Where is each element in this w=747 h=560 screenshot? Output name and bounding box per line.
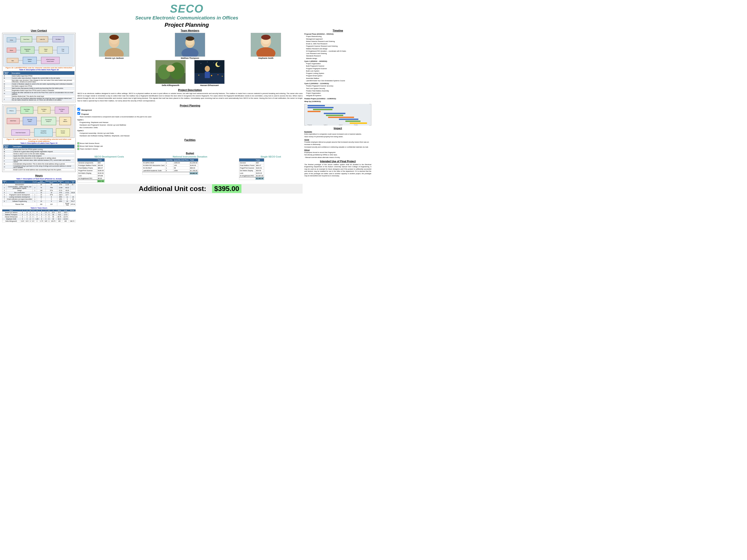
timeline-item: Project Organization (306, 62, 371, 65)
impact-social-label: Social (304, 138, 371, 141)
svg-text:Initial Chars: Initial Chars (10, 120, 16, 122)
th-total-pct: Total % (71, 180, 76, 184)
svg-point-95 (167, 65, 174, 71)
table-row: Stephanie Smith00243.250003262.3116.34 (2, 218, 76, 220)
single-th-total: Total (255, 158, 264, 161)
table-row: IDeletion Button/mail: This aborts the e… (3, 95, 75, 98)
additional-cost-label: Additional Unit cost: (138, 185, 206, 192)
th-9: 9 (50, 210, 57, 212)
management-checkbox[interactable] (77, 108, 80, 111)
table-row: FingerPrint Scanner$162.91 (239, 166, 264, 169)
team-photo-stephanie (251, 33, 281, 57)
facilities-title: Facilities (77, 138, 303, 141)
svg-text:Email Control: Email Control (47, 61, 54, 62)
project-planning-section: Project Planning Management Proposal Tea… (77, 104, 303, 137)
table-row: 3 Design 1 140 57% 37.01 49.29 (2, 189, 76, 192)
single-seco-total: $2,482.00 (255, 177, 264, 180)
table-row: Matthew Thompson032000003073.8117.8 (2, 214, 76, 216)
table-row: Lock$78.88 (78, 175, 105, 177)
seco-dev-title: SECO Development Costs (77, 155, 141, 158)
svg-text:In/Out Functions: In/Out Functions (46, 59, 55, 60)
ni-table: Quantity Quantity Unit Price Total NI sb… (142, 158, 198, 175)
svg-rect-113 (313, 109, 332, 110)
svg-text:Button: Button (10, 50, 13, 51)
header: SECO Secure Electronic Communications in… (2, 2, 371, 28)
timeline-item: Fingerprint Scanner Research and Orderin… (306, 45, 371, 47)
svg-point-107 (213, 63, 214, 63)
project-desc-title: Project Description (77, 88, 303, 91)
table-row: 8 Software Programming 1 10 8 80% 20 50.… (2, 200, 76, 203)
table-row: BChecks for a good value string transfer… (3, 151, 75, 153)
th-task: Task # (2, 180, 6, 184)
svg-rect-28 (23, 57, 36, 64)
fig19-caption: Figure 19: LabVIEW Real-Time code for co… (3, 138, 75, 142)
svg-rect-45 (55, 107, 69, 114)
fig18-caption: Figure 18: LabVIEW FPGA code for charact… (3, 67, 75, 69)
team-member-della: Della Killingsworth (155, 60, 186, 86)
table-row: NI 9694 RIO Mezzanine Card1149$149.00 (143, 164, 198, 166)
main-page: SECO Secure Electronic Communications in… (0, 0, 374, 280)
svg-text:Final: Final (61, 49, 64, 50)
app-title: SECO (2, 2, 371, 15)
user-contact-title: User Contact (2, 29, 76, 32)
svg-text:Store: Store (64, 119, 67, 121)
ni-th-total: Total (189, 158, 198, 161)
facility-2-checkbox (77, 145, 79, 147)
team-photo-hassan (194, 60, 225, 84)
table-row: Final Mailbox Frame$66.47 (78, 166, 105, 169)
timeline-phase: Cycle 2 (10/3/2012 – 11/14/2012): (304, 82, 371, 85)
svg-text:Case Struct: Case Struct (23, 39, 29, 40)
team-member-matthew: Matthew Thompson (175, 33, 205, 59)
impact-social-text: Possible employee distrust as people ass… (304, 141, 371, 148)
table6-col-desc: Description (13, 145, 75, 149)
svg-point-105 (201, 63, 201, 64)
team-row-1: Jimmie Lyn Jackson Matthe (77, 33, 303, 59)
svg-point-104 (217, 62, 221, 66)
timeline-item: Finalize Total Mailbox Assembly (306, 90, 371, 92)
timeline-item: Finalize Fingerprint Scanner accuracy (306, 85, 371, 87)
th-total-needed: Total Needed hrs (37, 180, 46, 184)
svg-text:Button: Button (26, 50, 29, 52)
timeline-phase: Proposal Phase (8/16/2012 – 9/5/2012): (304, 33, 371, 35)
impact-content: Economic Extra expenditure to companies … (304, 131, 371, 159)
hours-title: Hours (2, 174, 76, 177)
table-row: FSets the letter selected value, letter … (3, 159, 75, 163)
cycle1-label: Cycle 1 (77, 118, 303, 121)
fig19-section: FPGA In Good Value Check Dot Matrix Send… (2, 104, 76, 172)
th-cycle: Cycle (62, 210, 69, 212)
table-row: EInputs any initial characters in the st… (3, 157, 75, 159)
team-photo-jimmie (99, 33, 129, 57)
team-members-title: Team Members (77, 29, 303, 32)
ni-donation-title: National Instruments Donation (142, 155, 237, 158)
facility-3-checkbox (77, 148, 79, 150)
th-5: 5 (35, 210, 39, 212)
table7: Task # Sub-Description Cycle Total Neede… (2, 180, 76, 206)
cycle1-desc: Programming: Stephanie and Hassan Hardwa… (80, 121, 303, 129)
proposal-desc: Team members researched a component and … (80, 115, 303, 118)
table-row: Dot Matrix Display$26.56 (239, 169, 264, 172)
team-name-jimmie: Jimmie Lyn Jackson (105, 57, 124, 59)
seco-dev-table: Total General components$30Prototype Mai… (77, 158, 105, 183)
table-row: FWait function that pauses briefly to av… (3, 87, 75, 89)
table8: Name 1 2 3 4 5 6 7 8 9 Mean Cycle (2, 209, 76, 222)
table-row: 1 Administration - 30 40 57% 11.00 26.7 (2, 184, 76, 186)
timeline-item: Assemble Mailbox (306, 77, 371, 80)
additional-cost: Additional Unit cost: $395.00 (77, 184, 303, 193)
timeline-title: Timeline (304, 29, 371, 32)
project-planning-title: Project Planning (77, 104, 303, 107)
timeline-item: Motion Detector Research and Ordering (306, 40, 371, 43)
single-seco-title: Single SECO Cost (239, 155, 303, 158)
table-row: GRegistration Button input from FPGA use… (3, 89, 75, 91)
svg-text:Values: Values (28, 121, 31, 122)
proposal-checkbox[interactable] (77, 112, 80, 115)
svg-text:Registration: Registration (24, 49, 30, 50)
timeline-item: Website design (306, 57, 371, 60)
user-contact-section: User Contact FPGA Case Struct Letter Se (2, 29, 76, 103)
svg-rect-115 (324, 113, 345, 114)
timeline-phase: Wrap Up (11/28/2012): (304, 100, 371, 103)
table-row: ASelect button input from FPGA (3, 75, 75, 77)
th-planned: Planned complete hours (46, 180, 57, 184)
timeline-item: NI Singleboard RIO donation – coordinate… (306, 50, 371, 52)
svg-text:String Array: String Array (41, 132, 47, 134)
svg-text:FPGA In: FPGA In (9, 110, 14, 111)
